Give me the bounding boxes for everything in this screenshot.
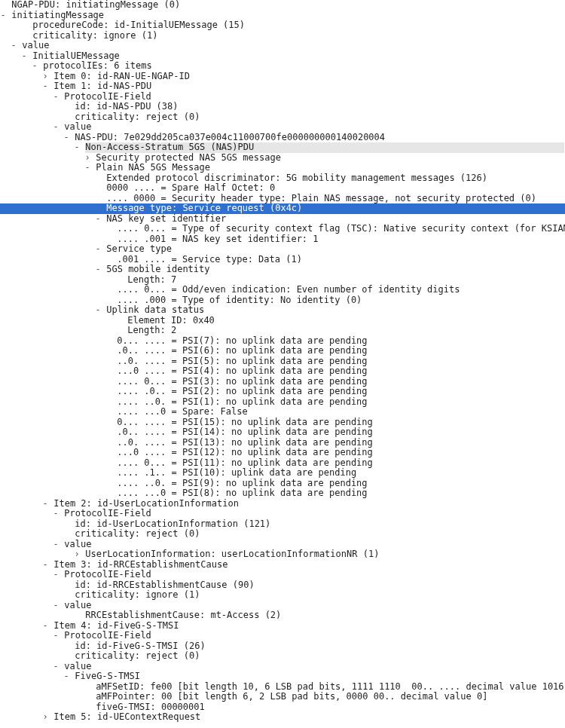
tree-row[interactable]: criticality: ignore (1) (0, 590, 565, 601)
tree-row[interactable]: - value (0, 540, 565, 550)
tree-row[interactable]: - ProtocolIE-Field (0, 631, 565, 641)
tree-row[interactable]: ...0 .... = PSI(4): no uplink data are p… (0, 366, 565, 377)
tree-row[interactable]: .... ...0 = Spare: False (0, 407, 565, 418)
collapse-toggle-icon[interactable]: - (0, 11, 6, 21)
tree-row[interactable]: › Item 5: id-UEContextRequest (0, 712, 565, 723)
tree-row[interactable]: NGAP-PDU: initiatingMessage (0) (0, 0, 565, 11)
tree-row[interactable]: - initiatingMessage (0, 11, 565, 21)
tree-row[interactable]: .... 0... = PSI(11): no uplink data are … (0, 458, 565, 469)
tree-row[interactable]: - Plain NAS 5GS Message (0, 163, 565, 173)
tree-row[interactable]: .... .000 = Type of identity: No identit… (0, 295, 565, 306)
tree-row[interactable]: Length: 7 (0, 275, 565, 286)
tree-row[interactable]: - ProtocolIE-Field (0, 509, 565, 519)
tree-row[interactable]: - NAS key set identifier (0, 214, 565, 225)
tree-row[interactable]: criticality: reject (0) (0, 112, 565, 123)
tree-row[interactable]: - FiveG-S-TMSI (0, 671, 565, 682)
tree-row[interactable]: .... ..0. = PSI(9): no uplink data are p… (0, 479, 565, 489)
tree-row[interactable]: aMFSetID: fe00 [bit length 10, 6 LSB pad… (0, 682, 565, 693)
tree-row[interactable]: .... .0.. = PSI(2): no uplink data are p… (0, 387, 565, 397)
collapse-toggle-icon[interactable]: - (53, 92, 59, 102)
tree-row[interactable]: fiveG-TMSI: 00000001 (0, 702, 565, 713)
tree-row[interactable]: › UserLocationInformation: userLocationI… (0, 549, 565, 560)
collapse-toggle-icon[interactable]: - (53, 122, 59, 133)
collapse-toggle-icon[interactable]: - (42, 499, 48, 509)
tree-row[interactable]: .... 0000 = Security header type: Plain … (0, 194, 565, 204)
collapse-toggle-icon[interactable]: - (53, 570, 59, 580)
collapse-toggle-icon[interactable]: - (11, 41, 17, 51)
tree-row[interactable]: - Item 1: id-NAS-PDU (0, 81, 565, 92)
tree-row[interactable]: - ProtocolIE-Field (0, 570, 565, 580)
tree-row[interactable]: criticality: reject (0) (0, 529, 565, 540)
packet-details-tree[interactable]: NGAP-PDU: initiatingMessage (0)- initiat… (0, 0, 565, 723)
tree-row[interactable]: .001 .... = Service type: Data (1) (0, 255, 565, 265)
tree-row-selected[interactable]: Message type: Service request (0x4c) (0, 203, 565, 214)
tree-row[interactable]: - Item 2: id-UserLocationInformation (0, 499, 565, 509)
tree-row[interactable]: Extended protocol discriminator: 5G mobi… (0, 173, 565, 184)
tree-row[interactable]: .... .1.. = PSI(10): uplink data are pen… (0, 468, 565, 479)
tree-row[interactable]: .0.. .... = PSI(14): no uplink data are … (0, 427, 565, 438)
collapse-toggle-icon[interactable]: - (95, 244, 101, 255)
collapse-toggle-icon[interactable]: - (74, 142, 80, 153)
tree-row[interactable]: .... 0... = PSI(3): no uplink data are p… (0, 377, 565, 387)
tree-row[interactable]: Length: 2 (0, 326, 565, 336)
collapse-toggle-icon[interactable]: - (53, 540, 59, 550)
collapse-toggle-icon[interactable]: - (95, 265, 101, 275)
tree-row[interactable]: 0... .... = PSI(15): no uplink data are … (0, 418, 565, 428)
tree-row[interactable]: 0... .... = PSI(7): no uplink data are p… (0, 336, 565, 347)
tree-row[interactable]: criticality: ignore (1) (0, 31, 565, 41)
collapse-toggle-icon[interactable]: - (53, 662, 59, 672)
collapse-toggle-icon[interactable]: - (53, 631, 59, 641)
tree-row[interactable]: ..0. .... = PSI(5): no uplink data are p… (0, 356, 565, 367)
tree-row[interactable]: - value (0, 662, 565, 672)
expand-toggle-icon[interactable]: › (74, 549, 80, 560)
tree-row[interactable]: - value (0, 601, 565, 611)
collapse-toggle-icon[interactable]: - (42, 81, 48, 92)
tree-row[interactable]: .... ...0 = PSI(8): no uplink data are p… (0, 488, 565, 499)
tree-row[interactable]: ..0. .... = PSI(13): no uplink data are … (0, 438, 565, 448)
tree-row[interactable]: .... 0... = Type of security context fla… (0, 224, 565, 234)
tree-row[interactable]: › Item 0: id-RAN-UE-NGAP-ID (0, 72, 565, 82)
tree-row[interactable]: - Service type (0, 244, 565, 255)
tree-row[interactable]: - ProtocolIE-Field (0, 92, 565, 102)
tree-row[interactable]: .... 0... = Odd/even indication: Even nu… (0, 285, 565, 295)
collapse-toggle-icon[interactable]: - (53, 601, 59, 611)
tree-row[interactable]: id: id-FiveG-S-TMSI (26) (0, 641, 565, 652)
tree-row[interactable]: - InitialUEMessage (0, 51, 565, 62)
expand-toggle-icon[interactable]: › (42, 72, 48, 82)
collapse-toggle-icon[interactable]: - (53, 509, 59, 519)
tree-row[interactable]: - Item 4: id-FiveG-S-TMSI (0, 621, 565, 632)
tree-row[interactable]: criticality: reject (0) (0, 651, 565, 662)
tree-row[interactable]: RRCEstablishmentCause: mt-Access (2) (0, 610, 565, 621)
tree-row[interactable]: - value (0, 122, 565, 133)
tree-row[interactable]: - protocolIEs: 6 items (0, 61, 565, 72)
tree-row[interactable]: .... ..0. = PSI(1): no uplink data are p… (0, 397, 565, 408)
collapse-toggle-icon[interactable]: - (63, 671, 69, 682)
tree-row[interactable]: Element ID: 0x40 (0, 316, 565, 326)
collapse-toggle-icon[interactable]: - (95, 305, 101, 316)
tree-row[interactable]: › Security protected NAS 5GS message (0, 153, 565, 164)
collapse-toggle-icon[interactable]: - (42, 560, 48, 570)
collapse-toggle-icon[interactable]: - (95, 214, 101, 225)
tree-row[interactable]: id: id-NAS-PDU (38) (0, 102, 565, 112)
collapse-toggle-icon[interactable]: - (63, 133, 69, 143)
expand-toggle-icon[interactable]: › (84, 153, 90, 164)
tree-row[interactable]: procedureCode: id-InitialUEMessage (15) (0, 20, 565, 31)
expand-toggle-icon[interactable]: › (42, 712, 48, 723)
tree-row[interactable]: id: id-RRCEstablishmentCause (90) (0, 580, 565, 591)
tree-row[interactable]: ...0 .... = PSI(12): no uplink data are … (0, 448, 565, 458)
tree-row[interactable]: - NAS-PDU: 7e029dd205ca037e004c11000700f… (0, 133, 565, 143)
tree-row[interactable]: .... .001 = NAS key set identifier: 1 (0, 234, 565, 245)
collapse-toggle-icon[interactable]: - (21, 51, 27, 62)
tree-row[interactable]: 0000 .... = Spare Half Octet: 0 (0, 183, 565, 194)
tree-row[interactable]: - Uplink data status (0, 305, 565, 316)
collapse-toggle-icon[interactable]: - (84, 163, 90, 173)
collapse-toggle-icon[interactable]: - (42, 621, 48, 632)
collapse-toggle-icon[interactable]: - (32, 61, 38, 72)
tree-row[interactable]: aMFPointer: 00 [bit length 6, 2 LSB pad … (0, 692, 565, 702)
tree-row[interactable]: - 5GS mobile identity (0, 265, 565, 275)
tree-row[interactable]: - value (0, 41, 565, 51)
tree-row[interactable]: id: id-UserLocationInformation (121) (0, 519, 565, 530)
tree-row[interactable]: - Non-Access-Stratum 5GS (NAS)PDU (0, 142, 565, 153)
tree-row[interactable]: - Item 3: id-RRCEstablishmentCause (0, 560, 565, 570)
tree-row[interactable]: .0.. .... = PSI(6): no uplink data are p… (0, 346, 565, 356)
